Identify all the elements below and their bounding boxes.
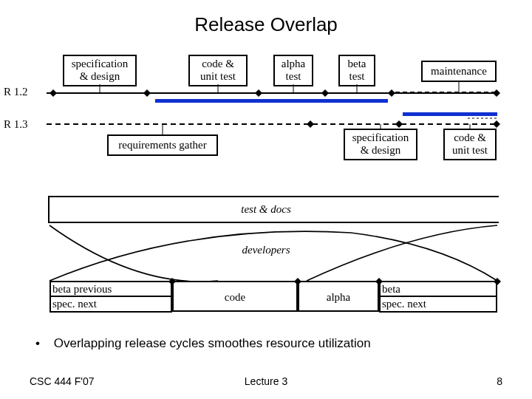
code-bottom-box: code — [172, 281, 298, 312]
slide-footer: CSC 444 F'07 Lecture 3 8 — [30, 375, 502, 387]
r12-spec-design-box: specification & design — [63, 55, 137, 86]
r12-label: R 1.2 — [4, 86, 28, 98]
r13-label: R 1.3 — [4, 118, 28, 131]
r12-code-unit-box: code & unit test — [188, 55, 248, 86]
svg-rect-8 — [403, 112, 497, 116]
r12-alpha-box: alpha test — [273, 55, 313, 86]
r12-beta-box: beta test — [338, 55, 375, 86]
bullet-line: • Overlapping release cycles smoothes re… — [35, 336, 371, 351]
test-docs-label: test & docs — [26, 203, 506, 216]
slide-title: Release Overlap — [0, 13, 532, 36]
release-overlap-diagram: R 1.2 specification & design code & unit… — [26, 52, 506, 325]
bullet-text: Overlapping release cycles smoothes reso… — [54, 336, 371, 350]
test-docs-bottom-line — [48, 222, 499, 223]
r13-code-unit-box: code & unit test — [443, 129, 497, 160]
spec-next-right-box: spec. next — [379, 296, 497, 313]
bullet-dot-icon: • — [35, 336, 50, 351]
footer-right: 8 — [497, 375, 502, 387]
test-docs-top-line — [48, 196, 499, 197]
beta-previous-box: beta previous — [50, 281, 172, 296]
svg-rect-6 — [155, 99, 388, 103]
beta-bottom-box: beta — [379, 281, 497, 296]
r12-axis — [47, 92, 497, 94]
spec-next-left-box: spec. next — [50, 296, 172, 313]
footer-center: Lecture 3 — [30, 375, 502, 387]
r13-spec-design-box: specification & design — [344, 129, 417, 160]
r13-req-gather-box: requirements gather — [107, 134, 218, 156]
alpha-bottom-box: alpha — [298, 281, 379, 312]
developers-label: developers — [26, 244, 506, 256]
r12-maintenance-box: maintenance — [421, 61, 497, 82]
